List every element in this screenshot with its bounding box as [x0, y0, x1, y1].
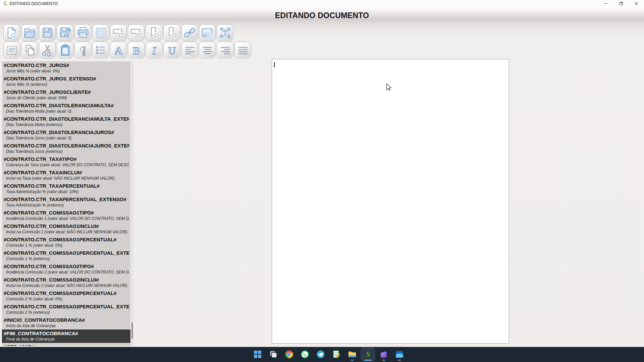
copy-icon — [22, 43, 37, 57]
taskbar-app-document-app[interactable] — [330, 348, 343, 361]
taskbar-app-telegram[interactable] — [314, 348, 327, 361]
list-item[interactable]: #CONTRATO.CTR_JUROS_EXTENSO#Juros Mês % … — [2, 75, 130, 88]
minimize-icon — [604, 1, 607, 7]
list-item[interactable]: #CONTRATO.CTR_DIASTOLERANCIAJUROS_EXTENS… — [2, 142, 130, 155]
variable-tag: #CONTRATO.CTR_DIASTOLERANCIAJUROS# — [4, 129, 129, 135]
list-item[interactable]: #CONTRATO.CTR_COMISSAO2INCLUI#Inclui na … — [2, 276, 130, 289]
list-item[interactable]: #CONTRATO.CTR_TAXAPERCENTUAL_EXTENSO#Tax… — [2, 195, 130, 209]
open-document-button[interactable] — [21, 24, 38, 41]
variable-description: Taxa Administração % (extenso) — [4, 203, 129, 207]
bullet-list-button[interactable] — [92, 42, 109, 58]
variable-tag: #CONTRATO.CTR_DIASTOLERANCIAJUROS_EXTENS… — [4, 143, 129, 148]
close-button[interactable] — [629, 0, 644, 7]
insert-textbox-button[interactable]: T — [217, 24, 233, 41]
variables-list: #CONTRATO.CTR_JUROS#Juros Mês % (valor a… — [2, 61, 130, 346]
document-edit-area[interactable] — [272, 59, 509, 344]
print-button[interactable] — [74, 24, 91, 41]
list-item[interactable]: #INICIO_CONTRATOCOBRANCA#Início da lista… — [2, 316, 130, 329]
taskbar-app-clipchamp[interactable] — [377, 348, 390, 361]
scrollbar-thumb[interactable] — [131, 322, 133, 339]
list-item[interactable]: #CONTRATO.CTR_COMISSAO1PERCENTUAL_EXTENS… — [2, 249, 130, 262]
list-item[interactable]: #CONTRATO.CTR_COMISSAO2PERCENTUAL_EXTENS… — [2, 303, 130, 316]
delete-column-button[interactable] — [163, 24, 180, 41]
align-right-icon — [218, 43, 232, 57]
taskbar-app-chrome[interactable] — [282, 348, 296, 361]
taskbar-app-start[interactable] — [251, 348, 264, 361]
select-all-button[interactable] — [3, 42, 20, 58]
list-item[interactable]: #CONTRATO.CTR_DIASTOLERANCIAMULTA#Dias T… — [2, 102, 130, 115]
italic-button[interactable]: I — [146, 42, 162, 58]
list-item[interactable]: #CONTRATO.CTR_DIASTOLERANCIAJUROS#Dias T… — [2, 128, 130, 142]
save-as-button[interactable] — [57, 24, 73, 41]
list-item[interactable]: #CTC_UUID# — [2, 343, 130, 346]
add-column-button[interactable] — [146, 24, 162, 41]
delete-row-button[interactable] — [128, 24, 145, 41]
insert-link-button[interactable] — [181, 24, 198, 41]
list-item[interactable]: #CONTRATO.CTR_COMISSAO1INCLUI#Inclui na … — [2, 222, 130, 236]
variable-tag: #CONTRATO.CTR_COMISSAO1PERCENTUAL# — [4, 237, 129, 242]
variable-description: Inclui na Taxa (valor atual: NÃO INCLUIR… — [4, 176, 129, 181]
variable-description: Incidência Comissão 1 (valor atual: VALO… — [4, 216, 129, 221]
variable-description: Comissão 1 % (extenso) — [4, 256, 129, 261]
list-item-selected[interactable]: #FIM_CONTRATOCOBRANCA#Final da lista de … — [2, 329, 130, 343]
text-caret — [274, 62, 275, 67]
variable-tag: #CTC_UUID# — [4, 344, 129, 346]
taskbar-app-films[interactable] — [393, 348, 406, 361]
taskbar-app-file-explorer[interactable] — [345, 348, 359, 361]
underline-button[interactable]: U — [163, 42, 180, 58]
list-item[interactable]: #CONTRATO.CTR_TAXAPERCENTUAL#Taxa Admini… — [2, 182, 130, 195]
svg-text:S: S — [366, 350, 370, 358]
variable-description: Comissão 2 % (valor atual: 0%) — [4, 297, 129, 301]
toolbar-row-2: ¶ABIU — [3, 42, 251, 58]
taskbar-app-task-view[interactable] — [267, 348, 280, 361]
new-document-button[interactable] — [3, 24, 20, 41]
list-item[interactable]: #CONTRATO.CTR_COMISSAO1PERCENTUAL#Comiss… — [2, 236, 130, 249]
variable-tag: #CONTRATO.CTR_JUROS_EXTENSO# — [4, 76, 129, 81]
app-window: EDITANDO DOCUMENTO EDITANDO DOCUMENTO T … — [0, 0, 644, 362]
save-button[interactable] — [39, 24, 56, 41]
list-item[interactable]: #CONTRATO.CTR_COMISSAO2TIPO#Incidência C… — [2, 262, 130, 276]
svg-text:T: T — [223, 29, 227, 36]
align-center-button[interactable] — [199, 42, 216, 58]
align-right-button[interactable] — [217, 42, 233, 58]
insert-table-button[interactable] — [92, 24, 109, 41]
close-icon — [635, 1, 638, 7]
svg-text:I: I — [152, 45, 157, 57]
list-item[interactable]: #CONTRATO.CTR_TAXAINCLUI#Inclui na Taxa … — [2, 169, 130, 182]
paragraph-marks-button[interactable]: ¶ — [74, 42, 91, 58]
align-left-button[interactable] — [181, 42, 198, 58]
list-item[interactable]: #CONTRATO.CTR_TAXATIPO#Cobrança da Taxa … — [2, 155, 130, 169]
variable-description: Cobrança da Taxa (valor atual: VALOR DO … — [4, 163, 129, 167]
sidebar-scrollbar[interactable] — [131, 61, 133, 346]
title-bar: EDITANDO DOCUMENTO — [0, 0, 644, 7]
variable-tag: #CONTRATO.CTR_COMISSAO1PERCENTUAL_EXTENS… — [4, 250, 129, 256]
variable-tag: #CONTRATO.CTR_DIASTOLERANCIAMULTA_EXTENS… — [4, 116, 129, 122]
print-icon — [76, 25, 90, 40]
paste-button[interactable] — [57, 42, 73, 58]
restore-button[interactable] — [613, 0, 629, 7]
minimize-button[interactable] — [598, 0, 613, 7]
delete-row-icon — [129, 25, 144, 40]
list-item[interactable]: #CONTRATO.CTR_JUROSCLIENTE#Juros do Clie… — [2, 88, 130, 102]
list-item[interactable]: #CONTRATO.CTR_JUROS#Juros Mês % (valor a… — [2, 61, 130, 75]
add-row-button[interactable] — [110, 24, 127, 41]
list-item[interactable]: #CONTRATO.CTR_COMISSAO2PERCENTUAL#Comiss… — [2, 289, 130, 303]
taskbar-app-whatsapp[interactable] — [298, 348, 312, 361]
copy-button[interactable] — [21, 42, 38, 58]
variable-description: Inclui na Comissão 1 (valor atual: NÃO I… — [4, 230, 129, 234]
taskbar-app-editor-app[interactable]: S — [361, 348, 375, 361]
films-icon — [395, 350, 404, 359]
variable-tag: #FIM_CONTRATOCOBRANCA# — [4, 330, 129, 336]
taskbar-apps: S — [251, 348, 406, 361]
variable-description: Comissão 1 % (valor atual: 0%) — [4, 243, 129, 248]
list-item[interactable]: #CONTRATO.CTR_COMISSAO1TIPO#Incidência C… — [2, 209, 130, 222]
cut-button[interactable] — [39, 42, 56, 58]
list-item[interactable]: #CONTRATO.CTR_DIASTOLERANCIAMULTA_EXTENS… — [2, 115, 130, 128]
justify-button[interactable] — [234, 42, 251, 58]
svg-text:B: B — [132, 45, 140, 57]
insert-image-button[interactable] — [199, 24, 216, 41]
variable-description: Dias Tolerância Multa (extenso) — [4, 122, 129, 127]
s-app-icon: S — [364, 350, 372, 359]
bold-button[interactable]: B — [128, 42, 145, 58]
font-button[interactable]: A — [110, 42, 127, 58]
